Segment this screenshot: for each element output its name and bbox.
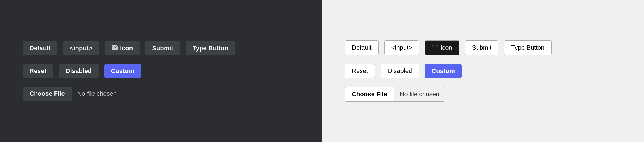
light-row-2: Reset Disabled Custom [345, 64, 462, 78]
dark-choose-file-label: Choose File [29, 90, 65, 97]
light-default-label: Default [352, 44, 372, 51]
mail-icon-light [432, 44, 438, 51]
dark-row-1: Default <input> Icon Submit Type Button [23, 41, 235, 55]
light-row-1: Default <input> Icon Submit Type Button [345, 40, 552, 55]
light-input-button[interactable]: <input> [384, 40, 419, 55]
light-reset-label: Reset [352, 67, 368, 75]
light-input-label: <input> [391, 44, 412, 51]
dark-icon-button[interactable]: Icon [105, 41, 140, 55]
dark-no-file-label: No file chosen [72, 87, 122, 101]
dark-custom-button[interactable]: Custom [104, 64, 141, 78]
light-submit-button[interactable]: Submit [465, 40, 498, 55]
dark-reset-button[interactable]: Reset [23, 64, 53, 78]
dark-file-input: Choose File No file chosen [23, 87, 122, 101]
dark-type-button-label: Type Button [193, 45, 229, 52]
light-no-file-label: No file chosen [394, 87, 445, 102]
mail-icon [112, 45, 118, 52]
light-custom-button[interactable]: Custom [425, 64, 462, 78]
light-default-button[interactable]: Default [345, 40, 379, 55]
light-disabled-button[interactable]: Disabled [381, 64, 419, 78]
dark-icon-label: Icon [120, 45, 133, 52]
dark-custom-label: Custom [111, 67, 134, 74]
light-choose-file-label: Choose File [352, 91, 387, 98]
light-custom-label: Custom [432, 67, 455, 74]
dark-disabled-button[interactable]: Disabled [59, 64, 99, 78]
dark-default-button[interactable]: Default [23, 41, 57, 55]
dark-submit-label: Submit [152, 45, 173, 52]
dark-row-2: Reset Disabled Custom [23, 64, 141, 78]
dark-disabled-label: Disabled [66, 67, 92, 75]
dark-submit-button[interactable]: Submit [145, 41, 180, 55]
light-reset-button[interactable]: Reset [345, 64, 375, 78]
dark-input-label: <input> [70, 45, 92, 52]
light-choose-file-button[interactable]: Choose File [345, 87, 394, 102]
light-submit-label: Submit [472, 44, 491, 51]
dark-default-label: Default [29, 45, 51, 52]
light-file-input: Choose File No file chosen [345, 87, 445, 102]
light-icon-label: Icon [440, 44, 452, 51]
light-disabled-label: Disabled [388, 67, 412, 75]
dark-choose-file-button[interactable]: Choose File [23, 87, 72, 101]
light-icon-button[interactable]: Icon [425, 40, 459, 55]
light-type-button[interactable]: Type Button [504, 40, 551, 55]
light-panel: Default <input> Icon Submit Type Button … [322, 0, 644, 142]
dark-reset-label: Reset [29, 67, 46, 75]
dark-input-button[interactable]: <input> [63, 41, 99, 55]
light-type-button-label: Type Button [511, 44, 544, 51]
dark-panel: Default <input> Icon Submit Type Button … [0, 0, 322, 142]
dark-type-button[interactable]: Type Button [186, 41, 235, 55]
